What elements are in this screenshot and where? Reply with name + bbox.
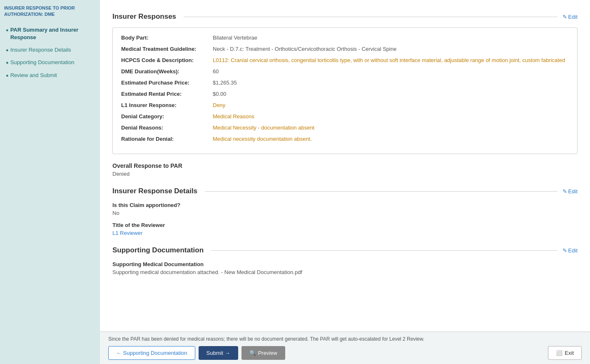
l1-insurer-label: L1 Insurer Response: — [121, 102, 213, 108]
support-doc-label: Supporting Medical Documentation — [112, 261, 578, 267]
insurer-responses-header: Insurer Responses Edit — [112, 12, 578, 21]
claim-apportioned-block: Is this Claim apportioned? No — [112, 202, 578, 216]
overall-response-value: Denied — [112, 171, 578, 177]
denial-reasons-label: Denial Reasons: — [121, 125, 213, 131]
claim-apportioned-label: Is this Claim apportioned? — [112, 202, 578, 208]
bottom-notice: Since the PAR has been denied for medica… — [108, 336, 582, 342]
supporting-documentation-title: Supporting Documentation — [112, 246, 204, 254]
denial-reasons-row: Denial Reasons: Medical Necessity - docu… — [121, 125, 569, 131]
preview-icon: 🔍 — [249, 350, 256, 356]
submit-button[interactable]: Submit → — [199, 346, 238, 360]
sidebar-label-insurer-response-details: Insurer Response Details — [10, 46, 71, 54]
denial-category-row: Denial Category: Medical Reasons — [121, 113, 569, 120]
sidebar: INSURER RESPONSE TO PRIOR AUTHORIZATION:… — [0, 0, 100, 364]
est-purchase-row: Estimated Purchase Price: $1,265.35 — [121, 80, 569, 86]
sidebar-bullet-insurer-response-details: ● — [6, 47, 9, 53]
denial-reasons-value: Medical Necessity - documentation absent — [213, 125, 569, 131]
overall-response-label: Overall Response to PAR — [112, 162, 578, 169]
insurer-response-details-divider — [205, 191, 558, 192]
insurer-responses-title: Insurer Responses — [112, 12, 176, 21]
denial-category-value: Medical Reasons — [213, 113, 569, 120]
support-doc-value: Supporting medical documentation attache… — [112, 269, 578, 275]
sidebar-bullet-supporting-documentation: ● — [6, 60, 9, 66]
sidebar-header: INSURER RESPONSE TO PRIOR AUTHORIZATION:… — [4, 5, 96, 18]
insurer-responses-box: Body Part: Bilateral Vertebrae Medical T… — [112, 27, 578, 154]
insurer-response-details-edit-link[interactable]: Edit — [563, 188, 578, 194]
sidebar-item-review-and-submit[interactable]: ● Review and Submit — [4, 69, 96, 82]
sidebar-item-par-summary[interactable]: ● PAR Summary and Insurer Response — [4, 24, 96, 44]
hcpcs-row: HCPCS Code & Description: L0112: Cranial… — [121, 57, 569, 63]
supporting-documentation-divider — [211, 250, 558, 251]
insurer-response-details-header: Insurer Response Details Edit — [112, 187, 578, 195]
back-button[interactable]: ← Supporting Documentation — [108, 346, 195, 360]
exit-label: Exit — [565, 350, 574, 356]
preview-label: Preview — [258, 350, 277, 356]
reviewer-title-label: Title of the Reviewer — [112, 222, 578, 228]
reviewer-title-value: L1 Reviewer — [112, 230, 578, 236]
supporting-documentation-header: Supporting Documentation Edit — [112, 246, 578, 254]
est-rental-label: Estimated Rental Price: — [121, 91, 213, 97]
rationale-row: Rationale for Denial: Medical necessity … — [121, 136, 569, 142]
claim-apportioned-value: No — [112, 210, 578, 216]
sidebar-bullet-par-summary: ● — [6, 27, 9, 33]
dme-duration-value: 60 — [213, 68, 569, 75]
supporting-documentation-edit-link[interactable]: Edit — [563, 247, 578, 254]
sidebar-label-par-summary: PAR Summary and Insurer Response — [10, 26, 94, 41]
est-rental-row: Estimated Rental Price: $0.00 — [121, 91, 569, 97]
body-part-row: Body Part: Bilateral Vertebrae — [121, 35, 569, 41]
insurer-response-details-title: Insurer Response Details — [112, 187, 197, 195]
est-purchase-value: $1,265.35 — [213, 80, 569, 86]
est-purchase-label: Estimated Purchase Price: — [121, 80, 213, 86]
hcpcs-value: L0112: Cranial cervical orthosis, congen… — [213, 57, 569, 63]
sidebar-item-supporting-documentation[interactable]: ● Supporting Documentation — [4, 56, 96, 69]
l1-insurer-value: Deny — [213, 102, 569, 108]
sidebar-item-insurer-response-details[interactable]: ● Insurer Response Details — [4, 44, 96, 56]
medical-treatment-row: Medical Treatment Guideline: Neck - D.7.… — [121, 46, 569, 52]
rationale-value: Medical necessity documentation absent. — [213, 136, 569, 142]
insurer-responses-edit-link[interactable]: Edit — [563, 14, 578, 20]
bottom-buttons-left: ← Supporting Documentation Submit → 🔍 Pr… — [108, 346, 285, 360]
medical-treatment-value: Neck - D.7.c: Treatment - Orthotics/Cerv… — [213, 46, 569, 52]
l1-insurer-row: L1 Insurer Response: Deny — [121, 102, 569, 108]
denial-category-label: Denial Category: — [121, 113, 213, 120]
preview-button[interactable]: 🔍 Preview — [241, 346, 285, 360]
sidebar-bullet-review-and-submit: ● — [6, 72, 9, 79]
est-rental-value: $0.00 — [213, 91, 569, 97]
dme-duration-row: DME Duration(Weeks): 60 — [121, 68, 569, 75]
medical-treatment-label: Medical Treatment Guideline: — [121, 46, 213, 52]
bottom-buttons: ← Supporting Documentation Submit → 🔍 Pr… — [108, 346, 582, 360]
hcpcs-label: HCPCS Code & Description: — [121, 57, 213, 63]
sidebar-label-supporting-documentation: Supporting Documentation — [10, 59, 75, 66]
insurer-responses-divider — [184, 17, 558, 17]
body-part-label: Body Part: — [121, 35, 213, 41]
rationale-label: Rationale for Denial: — [121, 136, 213, 142]
bottom-bar: Since the PAR has been denied for medica… — [100, 332, 590, 364]
overall-response: Overall Response to PAR Denied — [112, 162, 578, 177]
exit-button[interactable]: ⬜ Exit — [548, 346, 582, 360]
exit-icon: ⬜ — [556, 350, 563, 356]
supporting-documentation-content: Supporting Medical Documentation Support… — [112, 261, 578, 275]
sidebar-label-review-and-submit: Review and Submit — [10, 72, 57, 79]
body-part-value: Bilateral Vertebrae — [213, 35, 569, 41]
main-content: Insurer Responses Edit Body Part: Bilate… — [100, 0, 590, 332]
reviewer-title-block: Title of the Reviewer L1 Reviewer — [112, 222, 578, 236]
dme-duration-label: DME Duration(Weeks): — [121, 68, 213, 75]
insurer-response-details-content: Is this Claim apportioned? No Title of t… — [112, 202, 578, 236]
